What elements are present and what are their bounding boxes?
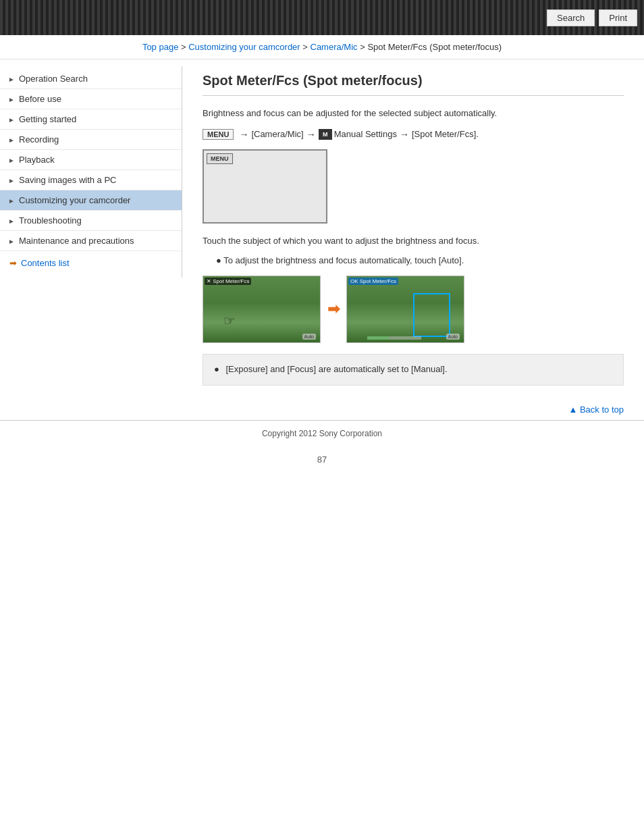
focus-box [413, 293, 450, 337]
breadcrumb-camera-mic[interactable]: Camera/Mic [311, 42, 358, 52]
after-touch-image: OK Spot Meter/Fcs Auto [346, 276, 464, 343]
chevron-right-icon: ► [8, 76, 15, 82]
sidebar-item-operation-search[interactable]: ► Operation Search [0, 69, 182, 89]
page-title: Spot Meter/Fcs (Spot meter/focus) [203, 73, 624, 96]
menu-step2: [Spot Meter/Fcs]. [412, 129, 479, 139]
sidebar-item-before-use[interactable]: ► Before use [0, 89, 182, 109]
breadcrumb: Top page > Customizing your camcorder > … [0, 35, 644, 59]
sidebar-item-maintenance[interactable]: ► Maintenance and precautions [0, 231, 182, 251]
page-header: Search Print [0, 0, 644, 35]
image-overlay: OK Spot Meter/Fcs Auto [347, 276, 464, 342]
camera-screen-mockup: MENU [203, 149, 327, 224]
back-to-top-link[interactable]: ▲ Back to top [568, 405, 624, 415]
sidebar-item-playback[interactable]: ► Playback [0, 150, 182, 170]
sidebar-item-label: Playback [19, 155, 55, 165]
exposure-bar-fill [367, 336, 389, 340]
back-to-top: ▲ Back to top [0, 399, 644, 420]
sidebar-item-label: Troubleshooting [19, 215, 82, 226]
note-text: [Exposure] and [Focus] are automatically… [225, 364, 447, 374]
contents-list-link[interactable]: ➡ Contents list [0, 251, 182, 275]
chevron-right-icon: ► [8, 157, 15, 163]
chevron-right-icon: ► [8, 96, 15, 103]
exposure-bar [367, 336, 421, 340]
contents-list-label: Contents list [21, 258, 70, 268]
page-number: 87 [0, 446, 644, 473]
search-button[interactable]: Search [547, 9, 595, 26]
print-button[interactable]: Print [599, 9, 637, 26]
page-footer: Copyright 2012 Sony Corporation [0, 420, 644, 446]
sidebar-item-label: Customizing your camcorder [19, 195, 130, 205]
screen-menu-label: MENU [207, 153, 233, 164]
cancel-overlay-btn: ✕ Spot Meter/Fcs [205, 278, 251, 285]
arrow-right-icon: ➡ [9, 258, 17, 268]
copyright-text: Copyright 2012 Sony Corporation [262, 429, 382, 438]
sidebar-item-label: Saving images with a PC [19, 175, 117, 185]
menu-path: MENU → [Camera/Mic] → M Manual Settings … [203, 129, 624, 140]
breadcrumb-customize[interactable]: Customizing your camcorder [188, 42, 300, 52]
manual-settings-label: Manual Settings [334, 129, 397, 139]
chevron-right-icon: ► [8, 136, 15, 143]
touch-images-container: ✕ Spot Meter/Fcs ☞ Auto ➡ OK Spot Meter/… [203, 276, 624, 343]
chevron-right-icon: ► [8, 238, 15, 244]
sidebar-item-troubleshooting[interactable]: ► Troubleshooting [0, 211, 182, 231]
arrow-between-icon: ➡ [327, 301, 340, 318]
chevron-right-icon: ► [8, 197, 15, 204]
touch-sub-description: ● To adjust the brightness and focus aut… [216, 254, 624, 268]
ok-overlay-label: OK Spot Meter/Fcs [348, 278, 398, 285]
arrow-icon: → [306, 129, 316, 140]
menu-step1: [Camera/Mic] [251, 129, 303, 139]
auto-overlay-btn: Auto [302, 334, 316, 340]
before-touch-image: ✕ Spot Meter/Fcs ☞ Auto [203, 276, 321, 343]
auto-overlay-btn: Auto [446, 334, 460, 340]
sidebar: ► Operation Search ► Before use ► Gettin… [0, 66, 182, 278]
page-layout: ► Operation Search ► Before use ► Gettin… [0, 66, 644, 399]
sidebar-item-label: Recording [19, 134, 59, 145]
touch-description: Touch the subject of which you want to a… [203, 234, 624, 249]
main-content: Spot Meter/Fcs (Spot meter/focus) Bright… [182, 66, 644, 399]
chevron-right-icon: ► [8, 116, 15, 123]
sidebar-item-label: Maintenance and precautions [19, 236, 134, 246]
breadcrumb-current: Spot Meter/Fcs (Spot meter/focus) [367, 42, 502, 52]
sidebar-item-label: Operation Search [19, 74, 88, 84]
note-box: ● [Exposure] and [Focus] are automatical… [203, 354, 624, 386]
breadcrumb-top[interactable]: Top page [142, 42, 179, 52]
hand-touch-icon: ☞ [223, 313, 236, 329]
sidebar-item-customizing[interactable]: ► Customizing your camcorder [0, 190, 182, 211]
chevron-right-icon: ► [8, 177, 15, 184]
bullet-icon: ● [216, 255, 221, 265]
bullet-icon: ● [214, 364, 219, 374]
sidebar-item-recording[interactable]: ► Recording [0, 130, 182, 150]
arrow-icon: → [239, 129, 248, 140]
description-text: Brightness and focus can be adjusted for… [203, 107, 624, 121]
manual-icon: M [319, 129, 332, 140]
chevron-right-icon: ► [8, 217, 15, 224]
sidebar-item-saving-images[interactable]: ► Saving images with a PC [0, 170, 182, 190]
sidebar-item-label: Getting started [19, 114, 76, 124]
sidebar-item-label: Before use [19, 94, 61, 104]
image-overlay: ✕ Spot Meter/Fcs ☞ Auto [203, 276, 320, 342]
menu-button-label: MENU [203, 129, 234, 140]
arrow-icon: → [400, 129, 409, 140]
sidebar-item-getting-started[interactable]: ► Getting started [0, 109, 182, 130]
